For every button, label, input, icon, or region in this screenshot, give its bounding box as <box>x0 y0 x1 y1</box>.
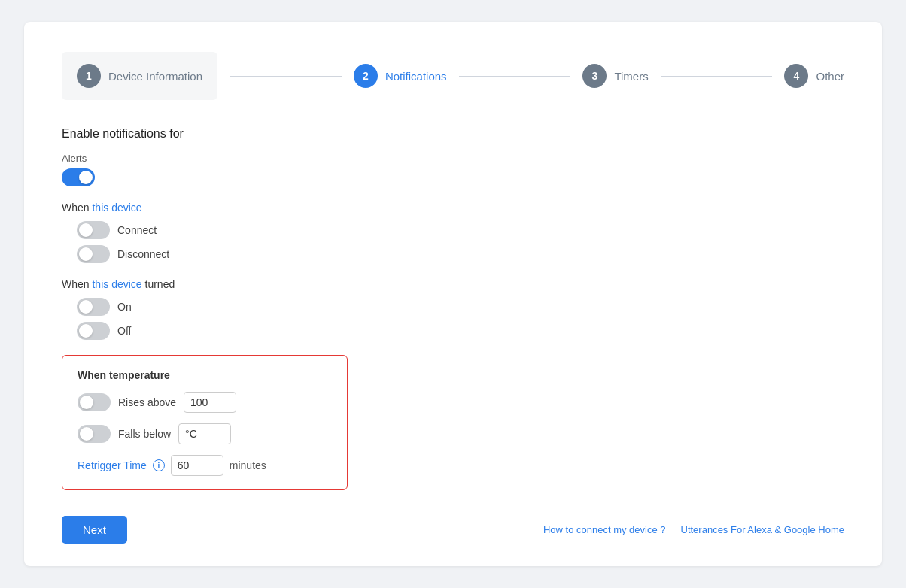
when-turned-title: When this device turned <box>62 278 844 290</box>
step-line-3 <box>661 76 773 77</box>
step-2: 2 Notifications <box>354 64 447 88</box>
disconnect-toggle[interactable] <box>77 245 110 263</box>
minutes-label: minutes <box>230 459 266 471</box>
retrigger-input[interactable] <box>171 455 223 476</box>
footer: Next How to connect my device ? Utteranc… <box>62 516 844 544</box>
step-line-1 <box>230 76 342 77</box>
rises-above-label: Rises above <box>118 396 176 408</box>
stepper: 1 Device Information 2 Notifications 3 T… <box>62 52 844 100</box>
rises-above-row: Rises above <box>78 392 332 413</box>
step-3-label: Timers <box>614 70 648 83</box>
temperature-section: When temperature Rises above Fal <box>62 355 348 490</box>
footer-links: How to connect my device ? Utterances Fo… <box>543 524 844 535</box>
on-toggle[interactable] <box>77 298 110 316</box>
content: Enable notifications for Alerts When thi… <box>62 127 844 508</box>
alerts-section: Alerts <box>62 153 844 186</box>
rises-above-toggle[interactable] <box>78 393 111 411</box>
alerts-toggle[interactable] <box>62 168 95 186</box>
rises-above-input[interactable] <box>184 392 236 413</box>
step-1-label: Device Information <box>108 70 202 83</box>
falls-below-row: Falls below <box>78 423 332 444</box>
alerts-toggle-row <box>62 168 844 186</box>
step-1-circle: 1 <box>77 64 101 88</box>
when-turned-options: On Off <box>62 298 844 340</box>
off-toggle[interactable] <box>77 322 110 340</box>
retrigger-row: Retrigger Time i minutes <box>78 455 332 476</box>
step-1-box: 1 Device Information <box>62 52 217 100</box>
when-device-section: When this device Connect <box>62 202 844 263</box>
off-label: Off <box>117 325 131 337</box>
when-device-options: Connect Disconnect <box>62 221 844 263</box>
when-turned-section: When this device turned On <box>62 278 844 340</box>
on-label: On <box>117 301 132 313</box>
on-row: On <box>77 298 844 316</box>
step-2-label: Notifications <box>385 70 447 83</box>
retrigger-info-icon[interactable]: i <box>153 459 165 471</box>
main-card: 1 Device Information 2 Notifications 3 T… <box>24 22 882 566</box>
next-button[interactable]: Next <box>62 516 127 544</box>
disconnect-label: Disconnect <box>117 248 169 260</box>
disconnect-row: Disconnect <box>77 245 844 263</box>
step-3-circle: 3 <box>582 64 607 88</box>
how-connect-link[interactable]: How to connect my device ? <box>543 524 666 535</box>
retrigger-label: Retrigger Time <box>78 459 147 471</box>
step-2-circle: 2 <box>354 64 378 88</box>
step-4-circle: 4 <box>784 64 808 88</box>
off-row: Off <box>77 322 844 340</box>
when-device-title: When this device <box>62 202 844 214</box>
connect-toggle[interactable] <box>77 221 110 239</box>
falls-below-input[interactable] <box>178 423 231 444</box>
step-4: 4 Other <box>784 64 844 88</box>
step-line-2 <box>459 76 571 77</box>
step-4-label: Other <box>816 70 844 83</box>
connect-label: Connect <box>117 224 157 236</box>
temperature-title: When temperature <box>78 369 332 381</box>
falls-below-label: Falls below <box>118 428 171 440</box>
utterances-link[interactable]: Utterances For Alexa & Google Home <box>681 524 845 535</box>
step-3: 3 Timers <box>582 64 648 88</box>
alerts-label: Alerts <box>62 153 844 164</box>
enable-title: Enable notifications for <box>62 127 844 141</box>
falls-below-toggle[interactable] <box>78 425 111 443</box>
connect-row: Connect <box>77 221 844 239</box>
